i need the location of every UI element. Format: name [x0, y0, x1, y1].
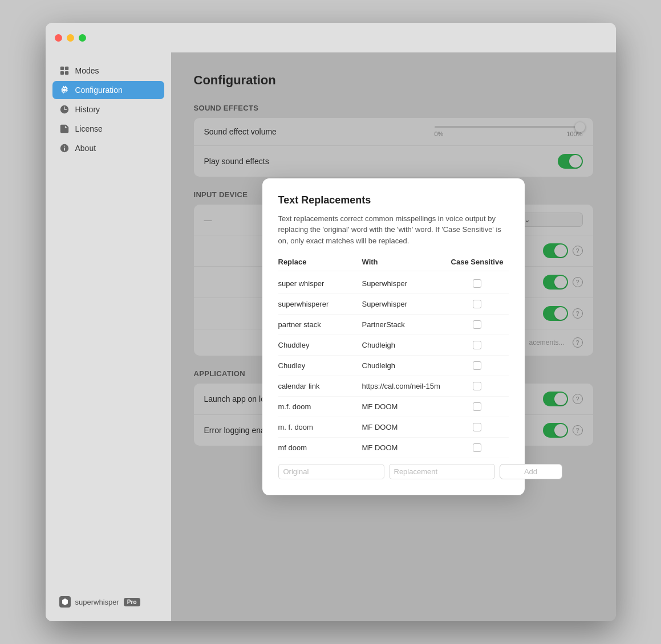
check-cell: [446, 443, 509, 452]
case-sensitive-checkbox[interactable]: [473, 320, 481, 329]
original-input[interactable]: [278, 464, 384, 479]
with-cell: MF DOOM: [362, 402, 446, 411]
main-content: Configuration Sound Effects Sound effect…: [171, 52, 616, 621]
case-sensitive-checkbox[interactable]: [473, 279, 481, 288]
sidebar-item-license[interactable]: License: [52, 120, 164, 138]
replace-cell: partner stack: [278, 320, 362, 329]
replace-cell: Chuddley: [278, 341, 362, 349]
sidebar-label-modes: Modes: [75, 66, 99, 75]
case-sensitive-checkbox[interactable]: [473, 402, 481, 411]
sidebar-label-about: About: [75, 144, 96, 153]
case-sensitive-checkbox[interactable]: [473, 382, 481, 390]
table-row: partner stack PartnerStack: [278, 315, 509, 335]
sidebar-item-modes[interactable]: Modes: [52, 62, 164, 80]
check-cell: [446, 402, 509, 411]
check-cell: [446, 300, 509, 308]
with-cell: MF DOOM: [362, 423, 446, 431]
titlebar: [46, 23, 616, 52]
case-sensitive-checkbox[interactable]: [473, 443, 481, 452]
with-cell: https://cal.com/neil-15m: [362, 382, 446, 390]
modal-overlay[interactable]: Text Replacements Text replacements corr…: [171, 52, 616, 621]
with-cell: MF DOOM: [362, 443, 446, 452]
replacement-input[interactable]: [389, 464, 495, 479]
check-cell: [446, 320, 509, 329]
maximize-button[interactable]: [79, 34, 86, 42]
sidebar-item-configuration[interactable]: Configuration: [52, 81, 164, 99]
with-cell: Superwhisper: [362, 279, 446, 288]
replace-cell: m. f. doom: [278, 423, 362, 431]
with-cell: PartnerStack: [362, 320, 446, 329]
replace-cell: m.f. doom: [278, 402, 362, 411]
app-content: Modes Configuration History Licen: [46, 52, 616, 621]
col-with: With: [362, 258, 446, 266]
app-name-label: superwhisper: [75, 598, 119, 606]
table-row: superwhisperer Superwhisper: [278, 294, 509, 315]
replace-cell: calendar link: [278, 382, 362, 390]
text-replacements-modal: Text Replacements Text replacements corr…: [262, 178, 525, 496]
replace-cell: superwhisperer: [278, 300, 362, 308]
with-cell: Chudleigh: [362, 361, 446, 370]
traffic-lights: [55, 34, 86, 42]
table-row: super whisper Superwhisper: [278, 274, 509, 294]
table-row: Chuddley Chudleigh: [278, 335, 509, 356]
svg-rect-1: [64, 67, 68, 70]
sidebar-item-about[interactable]: About: [52, 139, 164, 157]
col-replace: Replace: [278, 258, 362, 266]
svg-rect-0: [60, 67, 63, 70]
sidebar: Modes Configuration History Licen: [46, 52, 171, 621]
case-sensitive-checkbox[interactable]: [473, 361, 481, 370]
col-case-sensitive: Case Sensitive: [446, 258, 509, 266]
table-row: mf doom MF DOOM: [278, 438, 509, 458]
grid-icon: [59, 66, 70, 76]
case-sensitive-checkbox[interactable]: [473, 300, 481, 308]
gear-icon: [59, 85, 70, 95]
add-button[interactable]: Add: [500, 464, 562, 479]
check-cell: [446, 423, 509, 431]
sidebar-footer: superwhisper Pro: [52, 592, 164, 612]
pro-badge: Pro: [124, 598, 140, 606]
add-replacement-row: Add: [278, 458, 509, 479]
sidebar-label-license: License: [75, 124, 103, 133]
check-cell: [446, 279, 509, 288]
clock-icon: [59, 104, 70, 115]
table-row: calendar link https://cal.com/neil-15m: [278, 376, 509, 397]
svg-rect-2: [60, 71, 63, 75]
check-cell: [446, 382, 509, 390]
case-sensitive-checkbox[interactable]: [473, 341, 481, 349]
with-cell: Superwhisper: [362, 300, 446, 308]
document-icon: [59, 124, 70, 134]
modal-title: Text Replacements: [278, 194, 509, 206]
svg-rect-3: [64, 71, 68, 75]
check-cell: [446, 361, 509, 370]
sidebar-label-configuration: Configuration: [75, 85, 123, 95]
check-cell: [446, 341, 509, 349]
app-icon: [59, 596, 71, 608]
sidebar-label-history: History: [75, 105, 100, 114]
app-window: Modes Configuration History Licen: [46, 23, 616, 621]
sidebar-item-history[interactable]: History: [52, 100, 164, 119]
replace-cell: Chudley: [278, 361, 362, 370]
replace-cell: super whisper: [278, 279, 362, 288]
modal-description: Text replacements correct common misspel…: [278, 213, 509, 247]
replace-cell: mf doom: [278, 443, 362, 452]
minimize-button[interactable]: [67, 34, 74, 42]
case-sensitive-checkbox[interactable]: [473, 423, 481, 431]
table-row: m.f. doom MF DOOM: [278, 397, 509, 417]
table-row: Chudley Chudleigh: [278, 356, 509, 376]
close-button[interactable]: [55, 34, 62, 42]
table-row: m. f. doom MF DOOM: [278, 417, 509, 438]
info-icon: [59, 143, 70, 153]
with-cell: Chudleigh: [362, 341, 446, 349]
modal-table-header: Replace With Case Sensitive: [278, 258, 509, 271]
